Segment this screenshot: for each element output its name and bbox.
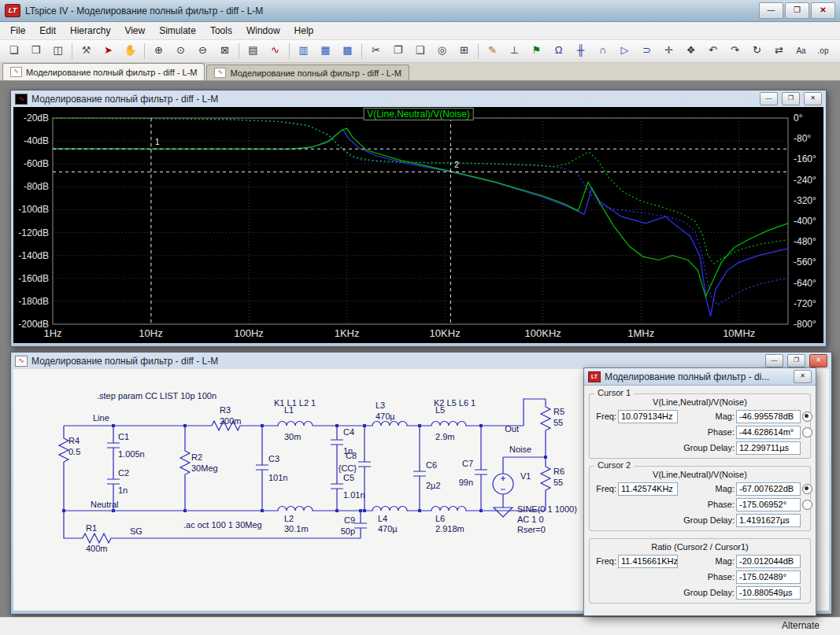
cursor1-phase-value[interactable]: -44.628614m° <box>736 426 801 439</box>
net-label-sg[interactable]: SG <box>130 526 142 536</box>
waveform-button[interactable]: ∿ <box>265 41 286 61</box>
L6-value[interactable]: 2.918m <box>435 524 464 533</box>
wires[interactable] <box>64 399 546 538</box>
menu-window[interactable]: Window <box>239 23 287 39</box>
tab-2[interactable]: ∿Моделирование полный фильтр - diff - L-… <box>206 65 409 80</box>
zoom-in-button[interactable]: ⊕ <box>148 41 169 61</box>
titlebar[interactable]: LT LTspice IV - Моделирование полный фил… <box>0 0 840 22</box>
component-L6[interactable] <box>427 507 471 511</box>
L4-value[interactable]: 470µ <box>378 524 398 533</box>
C3-value[interactable]: 101n <box>268 473 287 482</box>
print-button[interactable]: ⊞ <box>453 41 475 61</box>
L1-name[interactable]: L1 <box>284 405 294 415</box>
schematic-restore-button[interactable]: ❐ <box>787 354 805 367</box>
diode-button[interactable]: ▷ <box>614 41 635 61</box>
ratio-freq-value[interactable]: 11.415661KHz <box>618 555 678 568</box>
inductor-button[interactable]: ∩ <box>592 41 613 61</box>
R5-value[interactable]: 55 <box>553 418 563 427</box>
right-axis-tick[interactable]: -640° <box>794 278 816 289</box>
cursor2-mag-radio[interactable] <box>802 484 812 494</box>
mirror-button[interactable]: ⇄ <box>768 41 790 61</box>
cascade-windows-button[interactable]: ▩ <box>337 41 358 61</box>
redo-button[interactable]: ↷ <box>724 41 746 61</box>
C3-name[interactable]: C3 <box>268 454 279 463</box>
component-L5[interactable] <box>427 422 471 426</box>
menu-edit[interactable]: Edit <box>32 23 63 39</box>
text-button[interactable]: Aa <box>790 41 812 61</box>
menu-help[interactable]: Help <box>287 23 321 39</box>
net-label-button[interactable]: ⚑ <box>526 41 547 61</box>
cursor2-mag-value[interactable]: -67.007622dB <box>736 482 801 496</box>
right-axis-tick[interactable]: -160° <box>794 153 816 164</box>
ground-icon[interactable] <box>494 508 513 517</box>
L4-name[interactable]: L4 <box>378 514 387 523</box>
zoom-out-button[interactable]: ⊖ <box>192 41 213 61</box>
left-axis-tick[interactable]: -120dB <box>18 227 49 238</box>
net-label-noise[interactable]: Noise <box>509 445 531 454</box>
left-axis-tick[interactable]: -140dB <box>18 250 49 261</box>
x-axis-tick[interactable]: 10Hz <box>139 327 162 339</box>
maximize-button[interactable]: ❐ <box>785 2 809 19</box>
close-button[interactable]: ✕ <box>811 2 835 19</box>
wire-button[interactable]: ✎ <box>482 41 503 61</box>
cursor1-freq-value[interactable]: 10.079134Hz <box>618 410 678 423</box>
V1-value-rser[interactable]: Rser=0 <box>517 525 546 534</box>
menu-file[interactable]: File <box>3 23 32 39</box>
component-C6[interactable] <box>413 426 426 511</box>
component-L1[interactable] <box>273 422 317 426</box>
trace-title[interactable]: V(Line,Neutral)/V(Noise) <box>363 108 474 120</box>
x-axis-tick[interactable]: 100Hz <box>234 327 264 339</box>
component-L3[interactable] <box>368 422 412 426</box>
R3-value[interactable]: 200m <box>220 416 242 426</box>
open-button[interactable]: ❒ <box>25 41 46 61</box>
ratio-mag-value[interactable]: -20.012044dB <box>736 555 801 568</box>
net-label-line[interactable]: Line <box>93 413 109 423</box>
right-axis-tick[interactable]: -800° <box>794 319 816 330</box>
R6-value[interactable]: 55 <box>553 478 563 487</box>
copy-button[interactable]: ❐ <box>387 41 409 61</box>
cursor1-mag-radio[interactable] <box>802 412 812 422</box>
cursor1-phase-radio[interactable] <box>802 427 812 437</box>
x-axis-tick[interactable]: 100KHz <box>525 327 561 339</box>
cursor2-freq-value[interactable]: 11.42574KHz <box>618 482 678 496</box>
cursor1-mag-value[interactable]: -46.995578dB <box>736 410 801 423</box>
component-C3[interactable] <box>256 426 268 511</box>
L1-value[interactable]: 30m <box>284 432 301 441</box>
left-axis-tick[interactable]: -160dB <box>18 273 49 284</box>
net-label-neutral[interactable]: Neutral <box>91 500 118 509</box>
cursor2-phase-radio[interactable] <box>802 500 812 510</box>
x-axis-tick[interactable]: 10MHz <box>723 327 755 339</box>
L5-name[interactable]: L5 <box>435 405 445 415</box>
component-R6[interactable] <box>541 457 550 511</box>
component-C4[interactable] <box>331 426 343 484</box>
C2-value[interactable]: 1n <box>118 485 128 495</box>
waveform-plot-pane[interactable]: -20dB-40dB-60dB-80dB-100dB-120dB-140dB-1… <box>13 107 823 343</box>
x-axis-tick[interactable]: 1KHz <box>335 327 360 339</box>
save-button[interactable]: ◫ <box>47 41 68 61</box>
component-R1[interactable] <box>76 533 114 543</box>
right-axis-tick[interactable]: -240° <box>794 175 816 186</box>
zoom-back-button[interactable]: ⊙ <box>170 41 191 61</box>
menu-tools[interactable]: Tools <box>203 23 239 39</box>
spice-directive-button[interactable]: .op <box>812 41 834 61</box>
component-R2[interactable] <box>180 426 190 511</box>
R4-name[interactable]: R4 <box>68 436 80 445</box>
tab-1[interactable]: ∿Моделирование полный фильтр - diff - L-… <box>2 63 205 80</box>
C9-value[interactable]: 50p <box>341 526 355 536</box>
K1-directive[interactable]: K1 L1 L2 1 <box>274 398 316 408</box>
tile-vertically-button[interactable]: ▥ <box>293 41 314 61</box>
L5-value[interactable]: 2.9m <box>435 432 454 441</box>
right-axis-tick[interactable]: -320° <box>794 195 816 206</box>
V1-name[interactable]: V1 <box>520 471 531 481</box>
component-C9[interactable] <box>354 511 367 538</box>
left-axis-tick[interactable]: -20dB <box>24 113 49 124</box>
L3-value[interactable]: 470µ <box>376 412 395 421</box>
resistor-button[interactable]: Ω <box>548 41 569 61</box>
menu-simulate[interactable]: Simulate <box>152 23 203 39</box>
waveform-minimize-button[interactable]: — <box>760 92 778 105</box>
C8-name[interactable]: C8 <box>346 451 357 460</box>
L2-value[interactable]: 30.1m <box>284 524 309 533</box>
L3-name[interactable]: L3 <box>376 401 385 410</box>
spice-netlist-button[interactable]: ▤ <box>242 41 264 61</box>
R1-value[interactable]: 400m <box>86 544 108 553</box>
